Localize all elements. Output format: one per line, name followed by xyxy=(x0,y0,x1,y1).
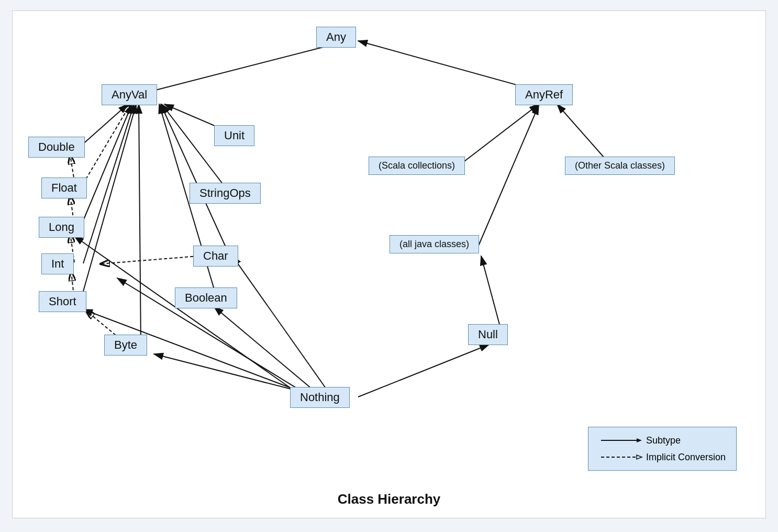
legend-subtype-line xyxy=(599,435,646,446)
svg-line-7 xyxy=(83,104,134,263)
svg-line-4 xyxy=(81,104,128,146)
svg-line-19 xyxy=(101,256,198,264)
legend-box: Subtype Implicit Conversion xyxy=(588,427,737,471)
node-char: Char xyxy=(193,246,238,267)
node-unit: Unit xyxy=(214,125,254,146)
svg-line-2 xyxy=(143,41,348,93)
node-alljava: (all java classes) xyxy=(390,235,479,253)
node-long: Long xyxy=(39,217,84,238)
legend-subtype-row: Subtype xyxy=(599,435,726,446)
node-stringops: StringOps xyxy=(190,183,261,204)
legend-implicit-row: Implicit Conversion xyxy=(599,451,726,463)
node-float: Float xyxy=(41,178,87,198)
node-scalacol: (Scala collections) xyxy=(369,157,465,175)
diagram-caption: Class Hierarchy xyxy=(338,491,441,507)
node-anyval: AnyVal xyxy=(102,84,157,105)
node-null: Null xyxy=(468,324,508,345)
legend-implicit-line xyxy=(599,451,646,463)
legend-subtype-label: Subtype xyxy=(646,435,681,446)
svg-marker-34 xyxy=(637,455,642,459)
svg-line-9 xyxy=(139,104,141,345)
svg-line-8 xyxy=(81,104,136,301)
svg-line-5 xyxy=(81,104,130,188)
svg-line-29 xyxy=(74,236,303,397)
svg-line-22 xyxy=(479,105,539,246)
svg-marker-32 xyxy=(637,438,642,442)
svg-line-6 xyxy=(81,104,132,227)
svg-line-11 xyxy=(162,104,230,193)
svg-line-23 xyxy=(481,256,502,334)
legend-implicit-label: Implicit Conversion xyxy=(646,452,726,463)
svg-line-20 xyxy=(458,104,539,167)
diagram-container: Any AnyVal AnyRef Double Float Long Int … xyxy=(12,10,766,518)
svg-line-26 xyxy=(214,307,321,397)
node-byte: Byte xyxy=(104,335,147,356)
node-int: Int xyxy=(41,253,74,274)
node-boolean: Boolean xyxy=(175,287,237,308)
svg-line-30 xyxy=(232,256,332,397)
node-double: Double xyxy=(28,137,85,158)
node-any: Any xyxy=(316,27,356,48)
svg-line-27 xyxy=(358,345,489,397)
node-otherscala: (Other Scala classes) xyxy=(565,157,675,175)
node-nothing: Nothing xyxy=(290,387,350,408)
node-short: Short xyxy=(39,291,86,312)
node-anyref: AnyRef xyxy=(515,84,573,105)
